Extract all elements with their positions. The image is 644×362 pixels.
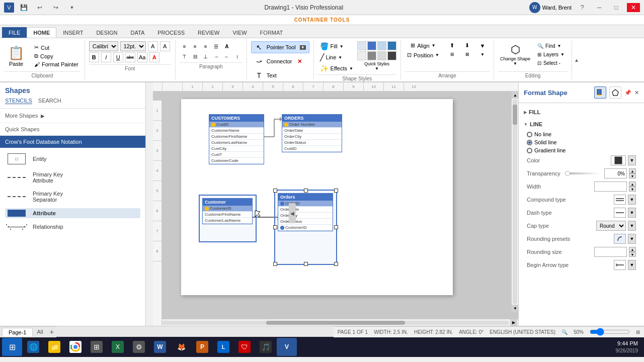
panel-collapse-btn[interactable]: ◀ <box>289 203 296 223</box>
qs-cell-1[interactable] <box>357 41 366 50</box>
copy-button[interactable]: ⧉ Copy <box>32 52 80 60</box>
nav-stencils[interactable]: STENCILS <box>5 98 32 104</box>
transparency-input[interactable] <box>604 168 627 178</box>
width-input[interactable]: 0.5 pt <box>594 182 627 192</box>
chrome-btn[interactable] <box>65 338 86 356</box>
visio-taskbar-btn[interactable]: V <box>277 338 297 356</box>
qs-cell-8[interactable] <box>387 51 396 60</box>
close-btn[interactable]: ✕ <box>627 3 640 12</box>
container-orders[interactable]: Orders OrderID OrderDate OrderCity Order… <box>274 190 337 265</box>
valign-bot-btn[interactable]: ⊥ <box>201 51 211 61</box>
orders-bottom-table[interactable]: Orders OrderID OrderDate OrderCity Order… <box>278 193 333 231</box>
settings-btn[interactable]: ⚙ <box>129 338 149 356</box>
container-customer[interactable]: Customer CustomerID CustomerFirstName Cu… <box>199 195 257 242</box>
align-left-btn[interactable]: ≡ <box>180 41 190 51</box>
status-fit-icon[interactable]: ⊞ <box>636 329 640 335</box>
format-panel-pin-btn[interactable]: 📌 <box>624 89 631 96</box>
qs-cell-5[interactable] <box>357 51 366 60</box>
line-section-header[interactable]: ▼ LINE <box>523 119 640 129</box>
sel-handle-tl[interactable] <box>273 189 277 193</box>
connector-btn[interactable]: ⤻ Connector ✕ <box>251 55 305 67</box>
tab-data[interactable]: DATA <box>124 27 151 38</box>
cap-dropdown-btn[interactable]: ▼ <box>628 221 636 231</box>
valign-top-btn[interactable]: ⊤ <box>180 51 190 61</box>
vertical-scrollbar[interactable]: ▲ ▼ <box>511 92 518 312</box>
indent-btn[interactable]: → <box>211 51 221 61</box>
rounding-size-input[interactable]: 0 in. <box>594 247 627 257</box>
transparency-up-btn[interactable]: ▲ <box>629 168 636 173</box>
transparency-slider[interactable] <box>565 172 600 174</box>
transparency-down-btn[interactable]: ▼ <box>629 173 636 178</box>
pk-sep-shape-item[interactable]: Primary Key Separator <box>5 189 140 204</box>
scroll-right-btn[interactable]: ▶ <box>510 319 517 326</box>
tab-insert[interactable]: INSERT <box>56 27 90 38</box>
layers-arrow[interactable]: ▼ <box>560 52 565 57</box>
pk-attr-shape-item[interactable]: Primary Key Attribute <box>5 170 140 185</box>
help-btn[interactable]: ? <box>576 3 589 12</box>
quick-shapes-btn[interactable]: Quick Shapes <box>0 123 145 136</box>
align-right-btn[interactable]: ≡ <box>201 41 211 51</box>
sel-handle-ml[interactable] <box>273 225 277 229</box>
find-btn[interactable]: 🔍 Find ▼ <box>535 42 567 50</box>
gradient-line-radio[interactable]: Gradient line <box>527 147 636 153</box>
bold-button[interactable]: B <box>89 52 99 62</box>
font-case-btn[interactable]: Aa <box>137 52 147 62</box>
color-dropdown-btn[interactable]: ▼ <box>628 155 636 165</box>
sel-handle-tm[interactable] <box>304 189 308 193</box>
find-arrow[interactable]: ▼ <box>557 44 561 48</box>
word-btn[interactable]: W <box>150 338 170 356</box>
format-painter-button[interactable]: 🖌 Format Painter <box>32 61 80 68</box>
qs-cell-3[interactable] <box>377 41 386 50</box>
fill-dropdown[interactable]: ▼ <box>340 44 344 49</box>
logo-btn[interactable]: L <box>213 338 233 356</box>
strikethrough-button[interactable]: abc <box>125 52 135 62</box>
quick-styles-label[interactable]: Quick Styles <box>364 61 389 66</box>
align-btn[interactable]: ⊞ Align ▼ <box>405 41 441 50</box>
vscroll-track[interactable] <box>513 100 517 304</box>
font-size-select[interactable]: 12pt. <box>120 41 146 51</box>
mcafee-btn[interactable]: 🛡 <box>234 338 255 356</box>
rounding-up-btn[interactable]: ▲ <box>629 247 636 252</box>
tab-review[interactable]: REVIEW <box>191 27 226 38</box>
change-shape-btn[interactable]: ⬡ Change Shape ▼ <box>498 41 532 68</box>
scroll-down-btn[interactable]: ▼ <box>512 305 518 312</box>
sel-handle-bl[interactable] <box>273 262 277 266</box>
no-line-radio-btn[interactable] <box>527 132 532 137</box>
align-center-btn[interactable]: ≡ <box>190 41 200 51</box>
send-back-btn[interactable]: ⬇ <box>460 41 474 50</box>
cap-type-select[interactable]: Round Flat Square <box>596 221 626 231</box>
itunes-btn[interactable]: 🎵 <box>256 338 276 356</box>
compound-dropdown-btn[interactable]: ▼ <box>628 195 636 205</box>
sel-handle-mr[interactable] <box>334 225 338 229</box>
line-btn[interactable]: ╱ Line ▼ <box>318 52 355 62</box>
valign-mid-btn[interactable]: ⊟ <box>190 51 200 61</box>
scroll-up-btn[interactable]: ▲ <box>512 92 518 99</box>
color-control[interactable]: ▼ <box>611 155 636 165</box>
change-shape-arrow[interactable]: ▼ <box>513 61 517 66</box>
font-decrease-btn[interactable]: A <box>160 41 170 51</box>
outdent-btn[interactable]: ← <box>222 51 232 61</box>
width-up-btn[interactable]: ▲ <box>629 182 636 187</box>
qs-cell-7[interactable] <box>377 51 386 60</box>
vscroll-thumb[interactable] <box>513 105 517 125</box>
layers-btn[interactable]: ⊞ Layers ▼ <box>535 51 567 58</box>
connector-close[interactable]: ✕ <box>297 58 302 65</box>
entity-shape-item[interactable]: □ Entity <box>5 152 140 166</box>
sel-handle-bm[interactable] <box>304 262 308 266</box>
customer-small-table[interactable]: Customer CustomerID CustomerFirstName Cu… <box>202 198 253 224</box>
tab-home[interactable]: HOME <box>27 27 56 38</box>
canvas-scroll[interactable]: CUSTOMERS CustID CustomerName CustomerFi… <box>171 92 518 319</box>
gradient-line-radio-btn[interactable] <box>527 148 532 153</box>
rounding-dropdown-btn[interactable]: ▼ <box>628 234 636 244</box>
firefox-btn[interactable]: 🦊 <box>171 338 191 356</box>
nav-search[interactable]: SEARCH <box>38 98 61 104</box>
quick-styles-arrow[interactable]: ▼ <box>375 66 379 71</box>
arrange-more2-btn[interactable]: ▼ <box>475 51 490 58</box>
tab-format[interactable]: FORMAT <box>254 27 290 38</box>
fill-btn[interactable]: 🪣 Fill ▼ <box>318 41 355 51</box>
font-increase-btn[interactable]: A <box>148 41 158 51</box>
fill-section-header[interactable]: ▶ FILL <box>523 107 640 117</box>
underline-button[interactable]: U <box>113 52 123 62</box>
quick-save-btn[interactable]: 💾 <box>17 3 30 12</box>
redo-btn[interactable]: ↪ <box>49 3 62 12</box>
